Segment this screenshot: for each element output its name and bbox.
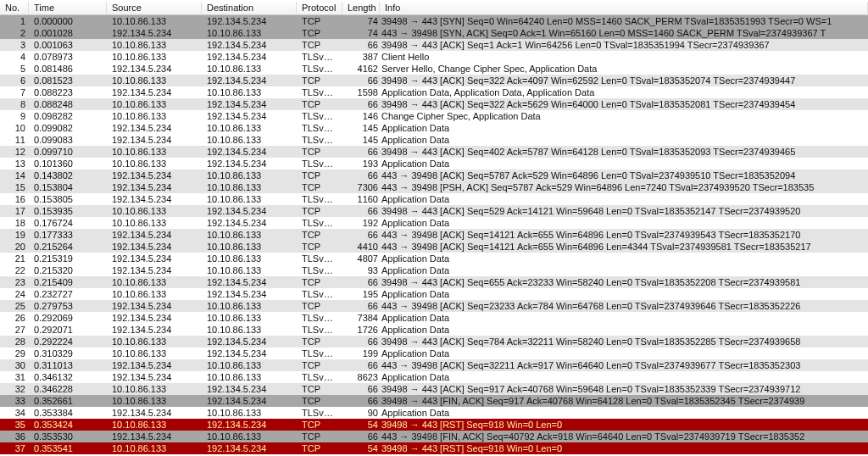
cell-len: 1160: [342, 194, 380, 204]
cell-no: 26: [0, 313, 29, 323]
cell-len: 66: [342, 99, 380, 109]
cell-time: 0.353384: [29, 408, 107, 418]
cell-time: 0.215319: [29, 253, 107, 264]
cell-proto: TCP: [297, 301, 342, 311]
table-row[interactable]: 90.09828210.10.86.133192.134.5.234TLSv…1…: [0, 110, 868, 122]
table-row[interactable]: 230.21540910.10.86.133192.134.5.234TCP66…: [0, 276, 868, 288]
cell-dst: 192.134.5.234: [202, 218, 297, 228]
cell-time: 0.101360: [29, 158, 107, 169]
table-row[interactable]: 370.35354110.10.86.133192.134.5.234TCP54…: [0, 442, 868, 454]
cell-info: 39498 → 443 [RST] Seq=918 Win=0 Len=0: [380, 443, 868, 453]
table-row[interactable]: 270.292071192.134.5.23410.10.86.133TLSv……: [0, 324, 868, 336]
cell-dst: 192.134.5.234: [202, 420, 297, 430]
col-header-length[interactable]: Length: [342, 2, 380, 14]
table-row[interactable]: 280.29222410.10.86.133192.134.5.234TCP66…: [0, 336, 868, 348]
cell-proto: TLSv…: [297, 218, 342, 228]
table-row[interactable]: 40.07897310.10.86.133192.134.5.234TLSv…3…: [0, 51, 868, 63]
cell-no: 9: [0, 111, 29, 121]
cell-time: 0.081523: [29, 75, 107, 86]
cell-len: 4410: [342, 242, 380, 252]
cell-no: 19: [0, 230, 29, 240]
col-header-protocol[interactable]: Protocol: [297, 2, 342, 14]
table-row[interactable]: 210.215319192.134.5.23410.10.86.133TLSv……: [0, 253, 868, 264]
table-row[interactable]: 250.279753192.134.5.23410.10.86.133TCP66…: [0, 300, 868, 312]
col-header-no[interactable]: No.: [0, 2, 29, 14]
cell-no: 11: [0, 135, 29, 145]
cell-src: 10.10.86.133: [107, 99, 202, 109]
table-row[interactable]: 70.088223192.134.5.23410.10.86.133TLSv…1…: [0, 86, 868, 98]
cell-src: 192.134.5.234: [107, 242, 202, 252]
cell-no: 21: [0, 253, 29, 264]
cell-proto: TLSv…: [297, 372, 342, 382]
table-row[interactable]: 10.00000010.10.86.133192.134.5.234TCP743…: [0, 15, 868, 27]
cell-info: Application Data: [380, 348, 868, 359]
table-row[interactable]: 310.346132192.134.5.23410.10.86.133TLSv……: [0, 371, 868, 383]
table-row[interactable]: 160.153805192.134.5.23410.10.86.133TLSv……: [0, 193, 868, 205]
cell-proto: TCP: [297, 242, 342, 252]
table-row[interactable]: 340.353384192.134.5.23410.10.86.133TLSv……: [0, 407, 868, 419]
table-row[interactable]: 260.292069192.134.5.23410.10.86.133TLSv……: [0, 312, 868, 324]
table-row[interactable]: 170.15393510.10.86.133192.134.5.234TCP66…: [0, 205, 868, 217]
cell-time: 0.353541: [29, 443, 107, 453]
table-row[interactable]: 290.31032910.10.86.133192.134.5.234TLSv……: [0, 348, 868, 359]
cell-dst: 10.10.86.133: [202, 301, 297, 311]
table-row[interactable]: 300.311013192.134.5.23410.10.86.133TCP66…: [0, 359, 868, 371]
cell-src: 192.134.5.234: [107, 265, 202, 275]
cell-src: 10.10.86.133: [107, 75, 202, 86]
cell-dst: 192.134.5.234: [202, 75, 297, 86]
col-header-time[interactable]: Time: [29, 2, 107, 14]
table-row[interactable]: 320.34622810.10.86.133192.134.5.234TCP66…: [0, 383, 868, 395]
table-row[interactable]: 120.09971010.10.86.133192.134.5.234TCP66…: [0, 146, 868, 158]
cell-src: 10.10.86.133: [107, 396, 202, 406]
cell-info: Application Data: [380, 313, 868, 323]
table-row[interactable]: 360.353530192.134.5.23410.10.86.133TCP66…: [0, 431, 868, 442]
table-row[interactable]: 350.35342410.10.86.133192.134.5.234TCP54…: [0, 419, 868, 431]
cell-src: 192.134.5.234: [107, 194, 202, 204]
cell-proto: TCP: [297, 360, 342, 370]
cell-src: 10.10.86.133: [107, 420, 202, 430]
table-row[interactable]: 150.153804192.134.5.23410.10.86.133TCP73…: [0, 181, 868, 193]
cell-dst: 192.134.5.234: [202, 52, 297, 62]
table-row[interactable]: 140.143802192.134.5.23410.10.86.133TCP66…: [0, 170, 868, 181]
table-row[interactable]: 330.35266110.10.86.133192.134.5.234TCP66…: [0, 395, 868, 407]
col-header-info[interactable]: Info: [380, 2, 868, 14]
cell-dst: 10.10.86.133: [202, 194, 297, 204]
cell-dst: 10.10.86.133: [202, 135, 297, 145]
cell-time: 0.353530: [29, 431, 107, 442]
cell-info: 39498 → 443 [ACK] Seq=322 Ack=4097 Win=6…: [380, 75, 868, 86]
cell-proto: TLSv…: [297, 325, 342, 335]
table-row[interactable]: 240.23272710.10.86.133192.134.5.234TLSv……: [0, 288, 868, 300]
cell-proto: TCP: [297, 99, 342, 109]
col-header-source[interactable]: Source: [107, 2, 202, 14]
cell-info: 39498 → 443 [ACK] Seq=402 Ack=5787 Win=6…: [380, 147, 868, 157]
table-row[interactable]: 100.099082192.134.5.23410.10.86.133TLSv……: [0, 122, 868, 134]
packet-list-header[interactable]: No. Time Source Destination Protocol Len…: [0, 0, 868, 15]
table-row[interactable]: 30.00106310.10.86.133192.134.5.234TCP663…: [0, 39, 868, 51]
table-row[interactable]: 200.215264192.134.5.23410.10.86.133TCP44…: [0, 241, 868, 253]
table-row[interactable]: 220.215320192.134.5.23410.10.86.133TLSv……: [0, 264, 868, 276]
cell-src: 192.134.5.234: [107, 325, 202, 335]
cell-info: 443 → 39498 [ACK] Seq=23233 Ack=784 Win=…: [380, 301, 868, 311]
cell-len: 195: [342, 289, 380, 299]
cell-dst: 192.134.5.234: [202, 277, 297, 287]
cell-info: Application Data: [380, 158, 868, 169]
cell-src: 192.134.5.234: [107, 313, 202, 323]
cell-src: 10.10.86.133: [107, 277, 202, 287]
cell-len: 387: [342, 52, 380, 62]
table-row[interactable]: 60.08152310.10.86.133192.134.5.234TCP663…: [0, 75, 868, 86]
cell-no: 29: [0, 348, 29, 359]
cell-info: Client Hello: [380, 52, 868, 62]
col-header-destination[interactable]: Destination: [202, 2, 297, 14]
table-row[interactable]: 50.081486192.134.5.23410.10.86.133TLSv…4…: [0, 63, 868, 75]
cell-info: Application Data: [380, 289, 868, 299]
table-row[interactable]: 180.17672410.10.86.133192.134.5.234TLSv……: [0, 217, 868, 229]
cell-time: 0.001063: [29, 40, 107, 50]
table-row[interactable]: 190.177333192.134.5.23410.10.86.133TCP66…: [0, 229, 868, 241]
table-row[interactable]: 130.10136010.10.86.133192.134.5.234TLSv……: [0, 158, 868, 170]
table-row[interactable]: 20.001028192.134.5.23410.10.86.133TCP744…: [0, 27, 868, 39]
table-row[interactable]: 80.08824810.10.86.133192.134.5.234TCP663…: [0, 98, 868, 110]
cell-no: 25: [0, 301, 29, 311]
cell-proto: TLSv…: [297, 408, 342, 418]
table-row[interactable]: 110.099083192.134.5.23410.10.86.133TLSv……: [0, 134, 868, 146]
cell-no: 2: [0, 28, 29, 38]
